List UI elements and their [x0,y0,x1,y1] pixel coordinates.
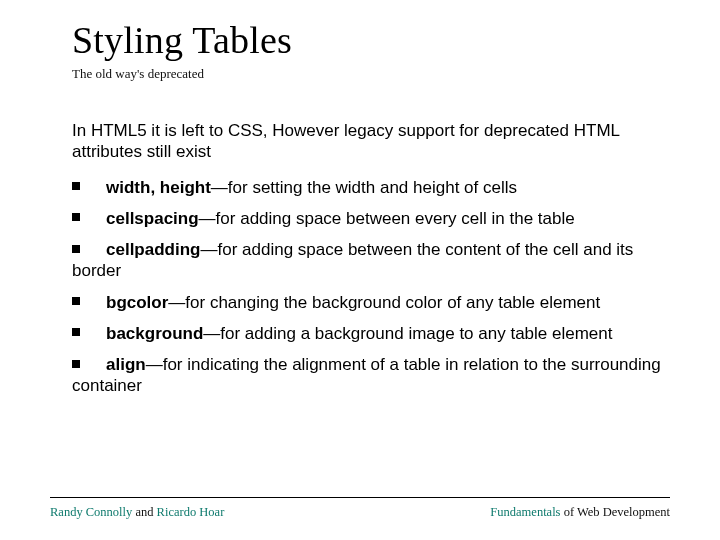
slide: Styling Tables The old way's deprecated … [0,0,720,540]
attr-desc: —for adding a background image to any ta… [203,324,612,343]
author-name: Randy Connolly [50,505,132,519]
list-item: cellspacing—for adding space between eve… [72,208,670,229]
footer-and: and [132,505,156,519]
bullet-square-icon [72,245,80,253]
list-item: background—for adding a background image… [72,323,670,344]
bullet-list: width, height—for setting the width and … [72,177,670,397]
attr-desc: —for setting the width and height of cel… [211,178,517,197]
attr-name: cellspacing [106,209,199,228]
bullet-square-icon [72,297,80,305]
bullet-square-icon [72,182,80,190]
list-item: cellpadding—for adding space between the… [72,239,670,282]
list-item: align—for indicating the alignment of a … [72,354,670,397]
attr-desc: —for changing the background color of an… [168,293,600,312]
attr-desc: —for indicating the alignment of a table… [72,355,661,395]
intro-paragraph: In HTML5 it is left to CSS, However lega… [72,120,670,163]
bullet-square-icon [72,360,80,368]
bullet-square-icon [72,213,80,221]
attr-name: bgcolor [106,293,168,312]
page-title: Styling Tables [72,18,670,62]
attr-name: cellpadding [106,240,200,259]
book-title-word: Fundamentals [490,505,560,519]
attr-name: background [106,324,203,343]
attr-name: width, height [106,178,211,197]
list-item: width, height—for setting the width and … [72,177,670,198]
author-name: Ricardo Hoar [157,505,225,519]
footer-left: Randy Connolly and Ricardo Hoar [50,505,224,520]
footer-right: Fundamentals of Web Development [490,505,670,520]
subtitle: The old way's deprecated [72,66,670,82]
attr-name: align [106,355,146,374]
book-title-rest: of Web Development [561,505,671,519]
list-item: bgcolor—for changing the background colo… [72,292,670,313]
footer-divider [50,497,670,498]
bullet-square-icon [72,328,80,336]
attr-desc: —for adding space between every cell in … [199,209,575,228]
